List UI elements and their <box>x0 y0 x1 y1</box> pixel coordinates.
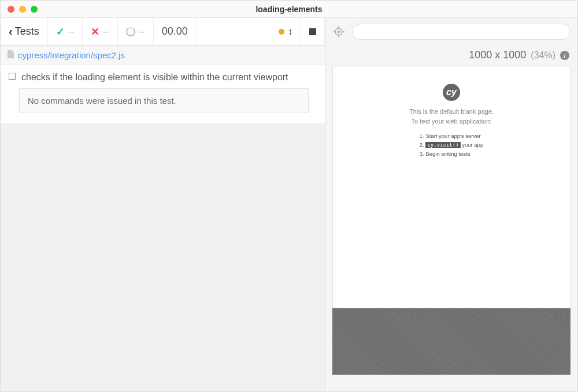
failed-count: ✕ -- <box>83 18 118 45</box>
test-title: checks if the loading element is visible… <box>21 71 288 84</box>
viewport-scale: (34%) <box>531 50 555 61</box>
test-item[interactable]: checks if the loading element is visible… <box>1 65 325 124</box>
url-bar-row <box>325 18 577 46</box>
pending-count: -- <box>118 18 154 45</box>
spinner-icon <box>126 27 135 36</box>
auto-scroll-toggle[interactable]: ↕ <box>271 18 301 45</box>
file-icon <box>8 50 14 60</box>
resize-vertical-icon: ↕ <box>288 27 292 37</box>
stop-button[interactable] <box>301 18 325 45</box>
x-icon: ✕ <box>91 25 99 38</box>
window-close-icon[interactable] <box>8 6 14 13</box>
url-input[interactable] <box>352 24 570 40</box>
tests-back-button[interactable]: ‹ Tests <box>1 18 48 45</box>
spec-path-row[interactable]: cypress/integration/spec2.js <box>1 46 325 65</box>
aut-iframe: cy This is the default blank page. To te… <box>332 66 570 308</box>
cypress-logo-icon: cy <box>443 84 460 101</box>
orange-dot-icon <box>279 29 284 35</box>
check-icon: ✓ <box>56 25 65 38</box>
reporter-panel: ‹ Tests ✓ -- ✕ -- -- 00.00 ↕ <box>1 18 325 391</box>
window-maximize-icon[interactable] <box>31 6 38 13</box>
timer: 00.00 <box>154 18 197 45</box>
no-commands-message: No commands were issued in this test. <box>19 88 309 113</box>
aut-panel: 1000 x 1000 (34%) i cy This is the defau… <box>325 18 577 391</box>
window-title: loading-elements <box>1 5 577 14</box>
chevron-left-icon: ‹ <box>9 25 13 38</box>
stats-bar: ‹ Tests ✓ -- ✕ -- -- 00.00 ↕ <box>1 18 325 46</box>
blank-page-steps: 1. Start your app's server 2. cy.visit()… <box>420 132 483 158</box>
viewport-dimensions: 1000 x 1000 <box>469 49 526 61</box>
traffic-lights <box>1 6 38 13</box>
svg-point-5 <box>338 31 340 33</box>
window-minimize-icon[interactable] <box>19 6 26 13</box>
passed-count: ✓ -- <box>48 18 83 45</box>
spec-path-link: cypress/integration/spec2.js <box>18 50 125 60</box>
titlebar: loading-elements <box>1 1 577 18</box>
selector-playground-button[interactable] <box>332 25 345 38</box>
stop-icon <box>309 28 316 35</box>
blank-page-text: This is the default blank page. To test … <box>409 107 494 126</box>
viewport-info: 1000 x 1000 (34%) i <box>325 46 577 66</box>
preview-area: cy This is the default blank page. To te… <box>325 66 577 391</box>
info-icon[interactable]: i <box>560 51 569 60</box>
test-status-icon <box>9 73 16 80</box>
aut-overflow-area <box>332 308 570 375</box>
tests-label: Tests <box>15 25 39 38</box>
